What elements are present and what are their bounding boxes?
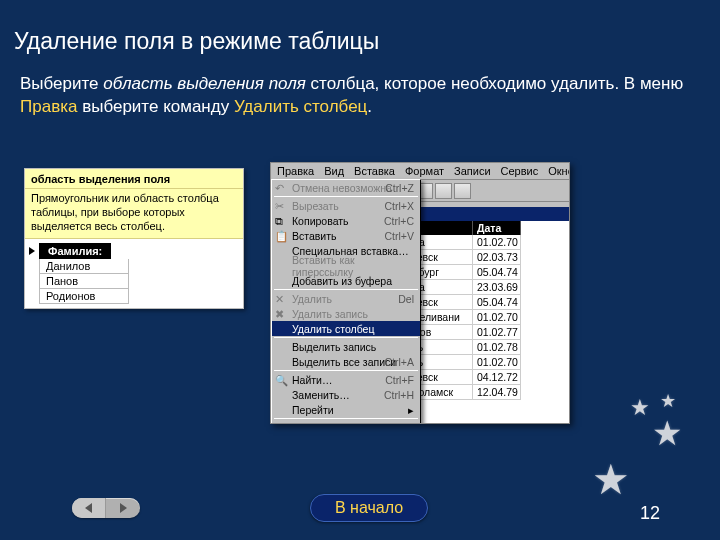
menu-ole-links[interactable]: Связи OLE/DDE	[272, 420, 420, 424]
menubar: Правка Вид Вставка Формат Записи Сервис …	[271, 163, 569, 180]
cut-icon: ✂	[275, 200, 287, 212]
submenu-arrow-icon: ▸	[408, 404, 414, 416]
menu-vstavka[interactable]: Вставка	[354, 165, 395, 177]
menu-paste-hyperlink[interactable]: Вставить как гиперссылку	[272, 258, 420, 273]
mini-row: Панов	[39, 274, 129, 289]
toolbar-button[interactable]	[435, 183, 452, 199]
menu-format[interactable]: Формат	[405, 165, 444, 177]
menu-vid[interactable]: Вид	[324, 165, 344, 177]
menu-select-all[interactable]: Выделить все записиCtrl+A	[272, 354, 420, 369]
instruction-italic: область выделения поля	[103, 74, 306, 93]
instruction-end: .	[367, 97, 372, 116]
menu-undo[interactable]: ↶Отмена невозможнаCtrl+Z	[272, 180, 420, 195]
triangle-left-icon	[85, 503, 92, 513]
menu-goto[interactable]: Перейти▸	[272, 402, 420, 417]
instruction-mid2: выберите команду	[77, 97, 233, 116]
menu-pravka[interactable]: Правка	[277, 165, 314, 177]
instruction-mid1: столбца, которое необходимо удалить. В м…	[306, 74, 683, 93]
instruction-keyword-pravka: Правка	[20, 97, 77, 116]
next-slide-button[interactable]	[106, 498, 140, 518]
menu-add-from-buffer[interactable]: Добавить из буфера	[272, 273, 420, 288]
menu-delete[interactable]: ✕УдалитьDel	[272, 291, 420, 306]
triangle-right-icon	[120, 503, 127, 513]
menu-okno[interactable]: Окно	[548, 165, 570, 177]
delete-icon: ✕	[275, 293, 287, 305]
toolbar-button[interactable]	[454, 183, 471, 199]
col-header-date[interactable]: Дата	[473, 221, 521, 235]
undo-icon: ↶	[275, 182, 287, 194]
access-screenshot: Правка Вид Вставка Формат Записи Сервис …	[270, 162, 570, 424]
row-selector-icon	[29, 247, 37, 255]
star-icon: ★	[652, 413, 682, 453]
menu-zapisi[interactable]: Записи	[454, 165, 491, 177]
menu-find[interactable]: 🔍Найти…Ctrl+F	[272, 372, 420, 387]
copy-icon: ⧉	[275, 215, 287, 227]
nav-pills	[72, 498, 140, 518]
pravka-dropdown: ↶Отмена невозможнаCtrl+Z ✂ВырезатьCtrl+X…	[271, 179, 421, 424]
callout-header: область выделения поля	[25, 169, 243, 189]
instruction-keyword-delcol: Удалить столбец	[234, 97, 367, 116]
home-button[interactable]: В начало	[310, 494, 428, 522]
menu-cut[interactable]: ✂ВырезатьCtrl+X	[272, 198, 420, 213]
field-selection-callout: область выделения поля Прямоугольник или…	[24, 168, 244, 309]
menu-delete-record[interactable]: ✖Удалить запись	[272, 306, 420, 321]
mini-row: Родионов	[39, 289, 129, 304]
star-icon: ★	[592, 455, 630, 504]
menu-replace[interactable]: Заменить…Ctrl+H	[272, 387, 420, 402]
paste-icon: 📋	[275, 230, 287, 242]
mini-col-header: Фамилия:	[39, 243, 111, 259]
menu-servis[interactable]: Сервис	[501, 165, 539, 177]
menu-copy[interactable]: ⧉КопироватьCtrl+C	[272, 213, 420, 228]
callout-body: Прямоугольник или область столбца таблиц…	[25, 189, 243, 239]
menu-paste[interactable]: 📋ВставитьCtrl+V	[272, 228, 420, 243]
instruction-pre: Выберите	[20, 74, 103, 93]
instruction-text: Выберите область выделения поля столбца,…	[0, 55, 720, 119]
menu-delete-column[interactable]: Удалить столбец	[272, 321, 420, 336]
callout-mini-table: Фамилия: Данилов Панов Родионов	[25, 239, 243, 308]
star-icon: ★	[660, 390, 676, 412]
prev-slide-button[interactable]	[72, 498, 106, 518]
delete-record-icon: ✖	[275, 308, 287, 320]
find-icon: 🔍	[275, 374, 287, 386]
menu-select-record[interactable]: Выделить запись	[272, 339, 420, 354]
page-title: Удаление поля в режиме таблицы	[0, 0, 720, 55]
mini-row: Данилов	[39, 259, 129, 274]
star-icon: ★	[630, 395, 650, 421]
page-number: 12	[640, 503, 660, 524]
